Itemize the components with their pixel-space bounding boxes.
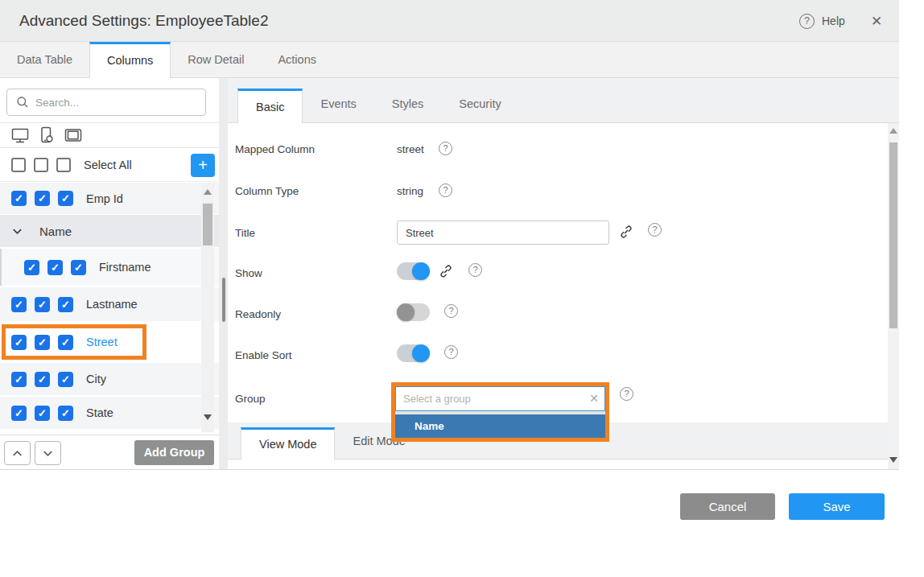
- columns-sidebar: Select All + ✓ ✓ ✓ Emp Id Name ✓ ✓ ✓ Fir…: [0, 78, 219, 469]
- link-binding-icon[interactable]: [439, 264, 453, 278]
- show-toggle[interactable]: [397, 262, 430, 280]
- checkbox-checked[interactable]: ✓: [11, 297, 27, 312]
- enable-sort-toggle[interactable]: [397, 344, 430, 362]
- column-label: City: [86, 373, 106, 385]
- splitter-drag-handle[interactable]: [222, 278, 225, 322]
- help-button[interactable]: ? Help: [799, 0, 845, 42]
- panel-scrollbar: [888, 123, 899, 469]
- device-toggle-row: [0, 123, 219, 148]
- column-label: Firstname: [99, 261, 151, 274]
- tab-columns[interactable]: Columns: [89, 42, 171, 78]
- column-row-street-selected[interactable]: ✓ ✓ ✓ Street: [0, 323, 219, 361]
- column-row-city[interactable]: ✓ ✓ ✓ City: [0, 363, 219, 395]
- tablet-icon[interactable]: [64, 126, 83, 145]
- checkbox-checked[interactable]: ✓: [11, 335, 27, 350]
- select-all-checkbox-phone[interactable]: [34, 158, 48, 172]
- advanced-settings-dialog: Advanced Settings: EmployeeTable2 ? Help…: [0, 0, 924, 577]
- sidebar-scrollbar-thumb[interactable]: [203, 204, 212, 245]
- chevron-up-icon: [11, 447, 23, 460]
- tab-events[interactable]: Events: [303, 88, 373, 122]
- help-icon[interactable]: ?: [444, 345, 458, 359]
- checkbox-checked[interactable]: ✓: [35, 191, 50, 206]
- search-input[interactable]: [29, 97, 190, 109]
- scroll-down-icon[interactable]: [889, 457, 897, 463]
- dropdown-option-name[interactable]: Name: [395, 414, 605, 438]
- tab-view-mode[interactable]: View Mode: [241, 427, 335, 460]
- sidebar-scrollbar: [201, 183, 214, 432]
- checkbox-checked[interactable]: ✓: [58, 335, 73, 350]
- group-dropdown-highlight: ✕ Name: [391, 382, 609, 442]
- checkbox-checked[interactable]: ✓: [11, 372, 27, 387]
- checkbox-checked[interactable]: ✓: [35, 297, 50, 312]
- checkbox-checked[interactable]: ✓: [24, 260, 39, 275]
- phone-icon[interactable]: [37, 126, 56, 145]
- checkbox-checked[interactable]: ✓: [58, 191, 73, 206]
- panel-scrollbar-thumb[interactable]: [889, 142, 897, 328]
- add-column-button[interactable]: +: [191, 154, 215, 177]
- column-row-state[interactable]: ✓ ✓ ✓ State: [0, 397, 219, 429]
- checkbox-checked[interactable]: ✓: [47, 260, 63, 275]
- group-select-input[interactable]: [395, 386, 605, 411]
- column-row-emp-id[interactable]: ✓ ✓ ✓ Emp Id: [0, 183, 219, 214]
- help-icon[interactable]: ?: [439, 183, 452, 197]
- column-row-firstname[interactable]: ✓ ✓ ✓ Firstname: [0, 249, 219, 286]
- checkbox-checked[interactable]: ✓: [71, 260, 86, 275]
- link-binding-icon[interactable]: [619, 225, 633, 239]
- group-row-name[interactable]: Name: [0, 215, 219, 247]
- tab-basic[interactable]: Basic: [237, 89, 303, 123]
- title-input[interactable]: [397, 220, 609, 245]
- enable-sort-label: Enable Sort: [235, 349, 292, 361]
- column-label: Street: [86, 336, 118, 348]
- panel-splitter: [219, 78, 228, 469]
- checkbox-checked[interactable]: ✓: [58, 406, 73, 421]
- tab-data-table[interactable]: Data Table: [0, 42, 89, 77]
- save-button[interactable]: Save: [789, 493, 885, 520]
- help-icon[interactable]: ?: [648, 223, 662, 237]
- help-icon[interactable]: ?: [444, 304, 458, 318]
- column-label: State: [86, 406, 113, 419]
- scroll-up-icon[interactable]: [889, 128, 897, 134]
- select-all-label: Select All: [84, 159, 132, 171]
- toggle-knob: [412, 344, 430, 362]
- tab-security[interactable]: Security: [441, 88, 518, 122]
- search-row: [0, 78, 219, 123]
- settings-tab-bar: Basic Events Styles Security: [228, 78, 888, 123]
- cancel-button[interactable]: Cancel: [680, 493, 775, 520]
- add-group-button[interactable]: Add Group: [134, 440, 214, 465]
- tab-styles[interactable]: Styles: [374, 88, 442, 122]
- select-all-checkbox-desktop[interactable]: [11, 158, 26, 172]
- select-all-checkbox-tablet[interactable]: [56, 158, 71, 172]
- title-label: Title: [235, 227, 255, 239]
- move-up-button[interactable]: [4, 441, 31, 465]
- checkbox-checked[interactable]: ✓: [11, 406, 27, 421]
- checkbox-checked[interactable]: ✓: [35, 406, 50, 421]
- column-row-lastname[interactable]: ✓ ✓ ✓ Lastname: [0, 287, 219, 321]
- help-icon: ?: [799, 14, 815, 29]
- readonly-label: Readonly: [235, 308, 281, 320]
- column-settings-panel: Basic Events Styles Security Mapped Colu…: [228, 78, 888, 469]
- scroll-up-icon[interactable]: [204, 189, 212, 195]
- checkbox-checked[interactable]: ✓: [58, 297, 73, 312]
- close-icon[interactable]: ✕: [871, 0, 882, 42]
- tab-actions[interactable]: Actions: [261, 42, 333, 77]
- checkbox-checked[interactable]: ✓: [11, 191, 27, 206]
- main-tab-bar: Data Table Columns Row Detail Actions: [0, 42, 899, 78]
- help-icon[interactable]: ?: [620, 387, 633, 401]
- clear-icon[interactable]: ✕: [589, 392, 599, 405]
- tab-bar-filler: [888, 78, 899, 123]
- checkbox-checked[interactable]: ✓: [35, 335, 50, 350]
- group-label: Name: [39, 225, 72, 238]
- tab-row-detail[interactable]: Row Detail: [171, 42, 261, 77]
- group-label: Group: [235, 393, 266, 405]
- checkbox-checked[interactable]: ✓: [58, 372, 73, 387]
- move-down-button[interactable]: [35, 441, 61, 465]
- help-icon[interactable]: ?: [468, 263, 482, 277]
- desktop-icon[interactable]: [10, 126, 30, 145]
- select-all-row: Select All +: [0, 148, 219, 182]
- readonly-toggle[interactable]: [397, 303, 430, 321]
- checkbox-checked[interactable]: ✓: [35, 372, 50, 387]
- scroll-down-icon[interactable]: [204, 414, 212, 420]
- help-icon[interactable]: ?: [439, 142, 452, 155]
- toggle-knob: [397, 303, 415, 321]
- chevron-down-icon[interactable]: [11, 225, 23, 237]
